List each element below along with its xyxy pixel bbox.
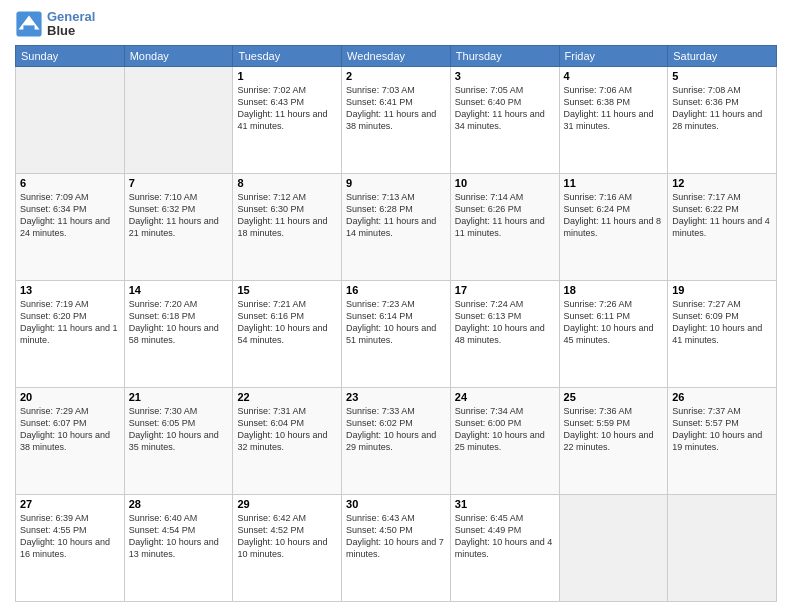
col-header-friday: Friday: [559, 45, 668, 66]
calendar-cell: 20Sunrise: 7:29 AM Sunset: 6:07 PM Dayli…: [16, 387, 125, 494]
col-header-tuesday: Tuesday: [233, 45, 342, 66]
day-number: 8: [237, 177, 337, 189]
calendar-cell: 19Sunrise: 7:27 AM Sunset: 6:09 PM Dayli…: [668, 280, 777, 387]
day-number: 29: [237, 498, 337, 510]
day-info: Sunrise: 6:43 AM Sunset: 4:50 PM Dayligh…: [346, 512, 446, 561]
calendar-cell: 10Sunrise: 7:14 AM Sunset: 6:26 PM Dayli…: [450, 173, 559, 280]
day-info: Sunrise: 7:27 AM Sunset: 6:09 PM Dayligh…: [672, 298, 772, 347]
calendar-header-row: SundayMondayTuesdayWednesdayThursdayFrid…: [16, 45, 777, 66]
day-info: Sunrise: 6:40 AM Sunset: 4:54 PM Dayligh…: [129, 512, 229, 561]
day-number: 23: [346, 391, 446, 403]
calendar-cell: 14Sunrise: 7:20 AM Sunset: 6:18 PM Dayli…: [124, 280, 233, 387]
day-number: 28: [129, 498, 229, 510]
calendar-cell: 5Sunrise: 7:08 AM Sunset: 6:36 PM Daylig…: [668, 66, 777, 173]
day-number: 17: [455, 284, 555, 296]
calendar-cell: 8Sunrise: 7:12 AM Sunset: 6:30 PM Daylig…: [233, 173, 342, 280]
day-info: Sunrise: 6:39 AM Sunset: 4:55 PM Dayligh…: [20, 512, 120, 561]
day-number: 1: [237, 70, 337, 82]
day-info: Sunrise: 7:36 AM Sunset: 5:59 PM Dayligh…: [564, 405, 664, 454]
day-info: Sunrise: 7:23 AM Sunset: 6:14 PM Dayligh…: [346, 298, 446, 347]
col-header-wednesday: Wednesday: [342, 45, 451, 66]
col-header-saturday: Saturday: [668, 45, 777, 66]
calendar-cell: 26Sunrise: 7:37 AM Sunset: 5:57 PM Dayli…: [668, 387, 777, 494]
calendar-cell: 24Sunrise: 7:34 AM Sunset: 6:00 PM Dayli…: [450, 387, 559, 494]
day-number: 31: [455, 498, 555, 510]
day-number: 20: [20, 391, 120, 403]
day-number: 24: [455, 391, 555, 403]
calendar-cell: 22Sunrise: 7:31 AM Sunset: 6:04 PM Dayli…: [233, 387, 342, 494]
day-number: 4: [564, 70, 664, 82]
calendar-cell: 2Sunrise: 7:03 AM Sunset: 6:41 PM Daylig…: [342, 66, 451, 173]
day-number: 2: [346, 70, 446, 82]
calendar-cell: 6Sunrise: 7:09 AM Sunset: 6:34 PM Daylig…: [16, 173, 125, 280]
header: GeneralBlue: [15, 10, 777, 39]
logo: GeneralBlue: [15, 10, 95, 39]
day-info: Sunrise: 7:33 AM Sunset: 6:02 PM Dayligh…: [346, 405, 446, 454]
svg-rect-2: [23, 26, 34, 32]
calendar-cell: 7Sunrise: 7:10 AM Sunset: 6:32 PM Daylig…: [124, 173, 233, 280]
week-row-4: 20Sunrise: 7:29 AM Sunset: 6:07 PM Dayli…: [16, 387, 777, 494]
day-info: Sunrise: 7:13 AM Sunset: 6:28 PM Dayligh…: [346, 191, 446, 240]
day-info: Sunrise: 7:21 AM Sunset: 6:16 PM Dayligh…: [237, 298, 337, 347]
day-info: Sunrise: 7:19 AM Sunset: 6:20 PM Dayligh…: [20, 298, 120, 347]
col-header-monday: Monday: [124, 45, 233, 66]
calendar-cell: 16Sunrise: 7:23 AM Sunset: 6:14 PM Dayli…: [342, 280, 451, 387]
calendar-cell: 3Sunrise: 7:05 AM Sunset: 6:40 PM Daylig…: [450, 66, 559, 173]
day-info: Sunrise: 7:17 AM Sunset: 6:22 PM Dayligh…: [672, 191, 772, 240]
day-info: Sunrise: 7:10 AM Sunset: 6:32 PM Dayligh…: [129, 191, 229, 240]
calendar-cell: [559, 494, 668, 601]
calendar-cell: 1Sunrise: 7:02 AM Sunset: 6:43 PM Daylig…: [233, 66, 342, 173]
calendar-cell: 13Sunrise: 7:19 AM Sunset: 6:20 PM Dayli…: [16, 280, 125, 387]
calendar-cell: 28Sunrise: 6:40 AM Sunset: 4:54 PM Dayli…: [124, 494, 233, 601]
calendar-cell: 21Sunrise: 7:30 AM Sunset: 6:05 PM Dayli…: [124, 387, 233, 494]
logo-icon: [15, 10, 43, 38]
week-row-3: 13Sunrise: 7:19 AM Sunset: 6:20 PM Dayli…: [16, 280, 777, 387]
day-info: Sunrise: 7:14 AM Sunset: 6:26 PM Dayligh…: [455, 191, 555, 240]
day-number: 10: [455, 177, 555, 189]
calendar-cell: 27Sunrise: 6:39 AM Sunset: 4:55 PM Dayli…: [16, 494, 125, 601]
day-number: 15: [237, 284, 337, 296]
day-info: Sunrise: 7:06 AM Sunset: 6:38 PM Dayligh…: [564, 84, 664, 133]
logo-line2: Blue: [47, 24, 95, 38]
col-header-thursday: Thursday: [450, 45, 559, 66]
day-number: 6: [20, 177, 120, 189]
calendar-cell: [124, 66, 233, 173]
day-number: 16: [346, 284, 446, 296]
day-number: 5: [672, 70, 772, 82]
day-number: 14: [129, 284, 229, 296]
calendar-cell: 29Sunrise: 6:42 AM Sunset: 4:52 PM Dayli…: [233, 494, 342, 601]
calendar-cell: 11Sunrise: 7:16 AM Sunset: 6:24 PM Dayli…: [559, 173, 668, 280]
calendar-table: SundayMondayTuesdayWednesdayThursdayFrid…: [15, 45, 777, 602]
calendar-cell: 17Sunrise: 7:24 AM Sunset: 6:13 PM Dayli…: [450, 280, 559, 387]
day-number: 13: [20, 284, 120, 296]
page: GeneralBlue SundayMondayTuesdayWednesday…: [0, 0, 792, 612]
day-info: Sunrise: 7:08 AM Sunset: 6:36 PM Dayligh…: [672, 84, 772, 133]
day-info: Sunrise: 7:03 AM Sunset: 6:41 PM Dayligh…: [346, 84, 446, 133]
day-info: Sunrise: 7:20 AM Sunset: 6:18 PM Dayligh…: [129, 298, 229, 347]
calendar-cell: 31Sunrise: 6:45 AM Sunset: 4:49 PM Dayli…: [450, 494, 559, 601]
day-info: Sunrise: 7:02 AM Sunset: 6:43 PM Dayligh…: [237, 84, 337, 133]
calendar-cell: 15Sunrise: 7:21 AM Sunset: 6:16 PM Dayli…: [233, 280, 342, 387]
day-info: Sunrise: 7:29 AM Sunset: 6:07 PM Dayligh…: [20, 405, 120, 454]
day-number: 25: [564, 391, 664, 403]
day-number: 11: [564, 177, 664, 189]
day-info: Sunrise: 6:45 AM Sunset: 4:49 PM Dayligh…: [455, 512, 555, 561]
calendar-cell: 25Sunrise: 7:36 AM Sunset: 5:59 PM Dayli…: [559, 387, 668, 494]
day-info: Sunrise: 7:31 AM Sunset: 6:04 PM Dayligh…: [237, 405, 337, 454]
calendar-cell: 9Sunrise: 7:13 AM Sunset: 6:28 PM Daylig…: [342, 173, 451, 280]
day-info: Sunrise: 7:30 AM Sunset: 6:05 PM Dayligh…: [129, 405, 229, 454]
calendar-cell: 18Sunrise: 7:26 AM Sunset: 6:11 PM Dayli…: [559, 280, 668, 387]
logo-text: GeneralBlue: [47, 10, 95, 39]
calendar-cell: 4Sunrise: 7:06 AM Sunset: 6:38 PM Daylig…: [559, 66, 668, 173]
calendar-cell: 12Sunrise: 7:17 AM Sunset: 6:22 PM Dayli…: [668, 173, 777, 280]
week-row-5: 27Sunrise: 6:39 AM Sunset: 4:55 PM Dayli…: [16, 494, 777, 601]
day-number: 19: [672, 284, 772, 296]
day-number: 7: [129, 177, 229, 189]
day-info: Sunrise: 7:24 AM Sunset: 6:13 PM Dayligh…: [455, 298, 555, 347]
day-number: 12: [672, 177, 772, 189]
day-number: 9: [346, 177, 446, 189]
day-number: 18: [564, 284, 664, 296]
week-row-1: 1Sunrise: 7:02 AM Sunset: 6:43 PM Daylig…: [16, 66, 777, 173]
day-info: Sunrise: 7:09 AM Sunset: 6:34 PM Dayligh…: [20, 191, 120, 240]
day-number: 27: [20, 498, 120, 510]
